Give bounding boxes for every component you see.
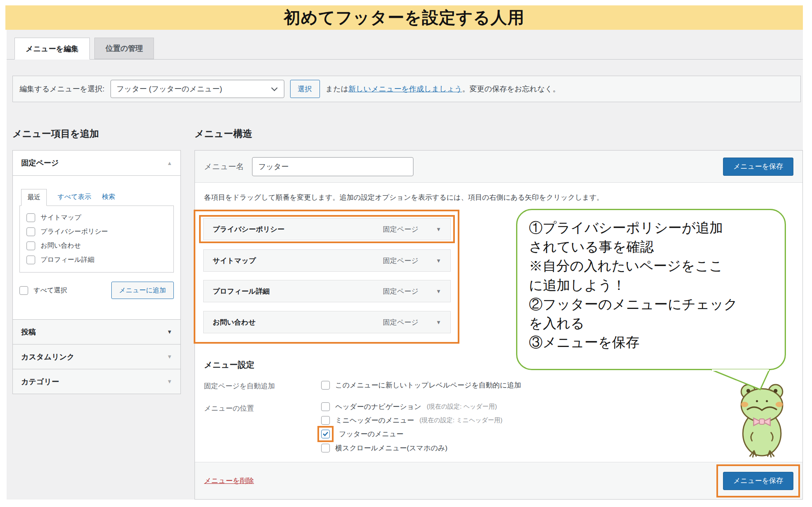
chevron-up-icon: ▲ — [167, 160, 172, 166]
or-prefix: または — [326, 85, 348, 93]
save-menu-button-bottom[interactable]: メニューを保存 — [723, 472, 793, 490]
select-all-label: すべて選択 — [34, 286, 67, 295]
checkbox[interactable] — [26, 242, 35, 250]
add-menu-items-heading: メニュー項目を追加 — [12, 127, 99, 140]
tab-bar-divider — [7, 59, 803, 60]
chevron-down-icon: ▼ — [167, 329, 172, 335]
page-checkbox-row: お問い合わせ — [26, 242, 167, 250]
menu-select-dropdown[interactable]: フッター (フッターのメニュー) — [111, 80, 284, 98]
pages-checklist: サイトマップ プライバシーポリシー お問い合わせ プロフィール詳細 — [19, 206, 174, 273]
tab-manage-locations[interactable]: 位置の管理 — [94, 38, 154, 59]
save-menu-button-top[interactable]: メニューを保存 — [723, 158, 793, 176]
auto-add-option-label: このメニューに新しいトップレベルページを自動的に追加 — [335, 380, 521, 390]
menu-select-value: フッター (フッターのメニュー) — [117, 84, 222, 94]
page-label: プロフィール詳細 — [41, 256, 94, 264]
location-mini-header: ミニヘッダーのメニュー (現在の設定: ミニヘッダー用) — [321, 415, 502, 426]
delete-menu-link[interactable]: メニューを削除 — [204, 476, 254, 485]
chevron-down-icon[interactable]: ▼ — [436, 258, 441, 264]
chevron-down-icon[interactable]: ▼ — [436, 288, 441, 294]
accordion-posts[interactable]: 投稿 ▼ — [12, 319, 181, 344]
page-title: 初めてフッターを設定する人用 — [5, 5, 803, 30]
location-label: 横スクロールメニュー(スマホのみ) — [335, 443, 447, 453]
location-note: (現在の設定: ヘッダー用) — [427, 403, 497, 411]
nav-tab-bar: メニューを編集 位置の管理 — [7, 38, 803, 60]
location-checkbox[interactable] — [321, 444, 330, 452]
checkbox[interactable] — [26, 213, 35, 222]
posts-title: 投稿 — [21, 327, 36, 337]
accordion-categories[interactable]: カテゴリー ▼ — [12, 369, 181, 394]
add-items-panel: 固定ページ ▲ 最近 すべて表示 検索 サイトマップ プライバシーポリシー — [12, 150, 181, 394]
highlight-box-save-button: メニューを保存 — [716, 464, 800, 497]
select-all-row: すべて選択 — [19, 286, 67, 295]
menu-item-label: プロフィール詳細 — [213, 287, 270, 296]
page-label: お問い合わせ — [41, 242, 81, 250]
chevron-down-icon: ▼ — [167, 354, 172, 360]
menu-item-label: サイトマップ — [213, 256, 256, 265]
menu-name-bar: メニュー名 メニューを保存 — [195, 151, 802, 183]
menu-item-type: 固定ページ — [383, 318, 418, 327]
location-label: ヘッダーのナビゲーション — [335, 402, 421, 411]
chevron-down-icon: ▼ — [167, 378, 172, 385]
auto-add-label: 固定ページを自動追加 — [204, 381, 275, 391]
wordpress-menus-screen: 初めてフッターを設定する人用 メニューを編集 位置の管理 編集するメニューを選択… — [0, 0, 812, 507]
location-footer-menu: フッターのメニュー — [321, 428, 404, 439]
menu-item-type: 固定ページ — [383, 287, 418, 296]
annotation-speech-bubble: ①プライバシーポリシーが追加 されている事を確認 ※自分の入れたいページをここ … — [516, 209, 786, 370]
menu-select-bar: 編集するメニューを選択: フッター (フッターのメニュー) 選択 または新しいメ… — [12, 76, 801, 102]
menu-item-profile[interactable]: プロフィール詳細 固定ページ ▼ — [203, 280, 451, 302]
page-checkbox-row: サイトマップ — [26, 213, 167, 222]
location-header-nav: ヘッダーのナビゲーション (現在の設定: ヘッダー用) — [321, 401, 497, 412]
menu-item-label: お問い合わせ — [213, 318, 256, 327]
location-horizontal-scroll: 横スクロールメニュー(スマホのみ) — [321, 442, 447, 453]
highlight-box-privacy-item — [199, 215, 455, 243]
checkbox[interactable] — [26, 227, 35, 236]
custom-links-title: カスタムリンク — [21, 352, 74, 362]
location-label: フッターのメニュー — [339, 429, 404, 439]
check-icon — [322, 431, 329, 436]
highlight-box-footer-checkbox — [317, 426, 334, 442]
location-checkbox-checked[interactable] — [321, 430, 330, 438]
accordion-custom-links[interactable]: カスタムリンク ▼ — [12, 344, 181, 369]
menu-name-label: メニュー名 — [204, 161, 244, 172]
location-checkbox[interactable] — [321, 416, 330, 425]
menu-select-label: 編集するメニューを選択: — [19, 84, 105, 94]
save-reminder-text: 。変更の保存をお忘れなく。 — [462, 85, 560, 93]
add-to-menu-button[interactable]: メニューに追加 — [111, 282, 174, 299]
select-all-checkbox[interactable] — [19, 286, 28, 295]
select-menu-button[interactable]: 選択 — [290, 80, 320, 98]
menu-item-type: 固定ページ — [383, 256, 418, 265]
fixed-pages-tabs: 最近 すべて表示 検索 — [21, 189, 174, 206]
menu-settings-heading: メニュー設定 — [204, 359, 254, 371]
tab-most-recent[interactable]: 最近 — [21, 189, 47, 206]
location-checkbox[interactable] — [321, 402, 330, 411]
tab-edit-menus[interactable]: メニューを編集 — [14, 38, 90, 60]
location-label: ミニヘッダーのメニュー — [335, 416, 414, 425]
fixed-pages-body: 最近 すべて表示 検索 サイトマップ プライバシーポリシー お問 — [13, 175, 180, 309]
tab-search[interactable]: 検索 — [102, 193, 115, 201]
chevron-down-icon[interactable]: ▼ — [436, 319, 441, 325]
speech-bubble-tail — [706, 369, 776, 392]
fixed-pages-accordion-header[interactable]: 固定ページ ▲ — [13, 151, 180, 175]
page-label: サイトマップ — [41, 213, 81, 222]
categories-title: カテゴリー — [21, 377, 59, 387]
fixed-pages-title: 固定ページ — [21, 158, 59, 168]
menu-name-input[interactable] — [252, 157, 413, 176]
menu-item-sitemap[interactable]: サイトマップ 固定ページ ▼ — [203, 249, 451, 272]
checkbox[interactable] — [26, 256, 35, 264]
auto-add-checkbox[interactable] — [321, 381, 330, 390]
menu-location-label: メニューの位置 — [204, 404, 254, 413]
auto-add-option: このメニューに新しいトップレベルページを自動的に追加 — [321, 380, 521, 390]
menu-structure-heading: メニュー構造 — [195, 127, 252, 140]
chevron-down-icon — [271, 85, 278, 93]
drag-instructions: 各項目をドラッグして順番を変更します。追加の設定オプションを表示するには、項目の… — [204, 193, 604, 202]
tab-view-all[interactable]: すべて表示 — [58, 193, 91, 201]
fixed-pages-footer: すべて選択 メニューに追加 — [19, 282, 174, 299]
page-checkbox-row: プロフィール詳細 — [26, 256, 167, 264]
publishing-actions-bar: メニューを削除 メニューを保存 — [195, 462, 802, 499]
or-create-text: または新しいメニューを作成しましょう。変更の保存をお忘れなく。 — [326, 84, 560, 94]
fixed-pages-section: 固定ページ ▲ 最近 すべて表示 検索 サイトマップ プライバシーポリシー — [12, 150, 181, 320]
location-note: (現在の設定: ミニヘッダー用) — [420, 416, 502, 424]
menu-item-contact[interactable]: お問い合わせ 固定ページ ▼ — [203, 311, 451, 333]
create-new-menu-link[interactable]: 新しいメニューを作成しましょう — [348, 85, 462, 93]
page-label: プライバシーポリシー — [41, 227, 108, 236]
